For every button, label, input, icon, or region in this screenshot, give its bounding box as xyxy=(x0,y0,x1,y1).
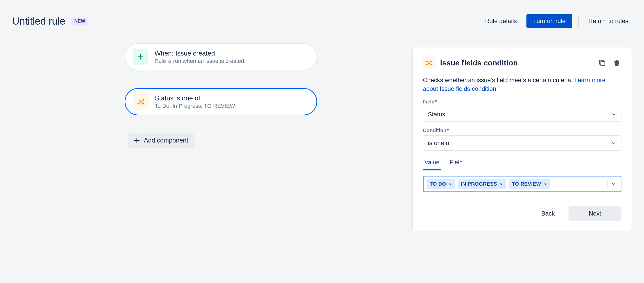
required-asterisk: * xyxy=(435,99,437,104)
condition-label: Condition* xyxy=(423,128,621,133)
required-asterisk: * xyxy=(447,128,449,133)
value-field-tabs: Value Field xyxy=(423,156,557,170)
back-button[interactable]: Back xyxy=(534,206,562,221)
condition-title: Status is one of xyxy=(155,94,235,102)
remove-chip-icon[interactable] xyxy=(544,182,547,186)
shuffle-icon xyxy=(133,94,149,110)
remove-chip-icon[interactable] xyxy=(449,182,452,186)
condition-node[interactable]: Status is one of To Do, In Progress, TO … xyxy=(125,88,317,115)
add-component-button[interactable]: Add component xyxy=(128,133,194,148)
tab-field[interactable]: Field xyxy=(448,156,464,170)
return-to-rules-button[interactable]: Return to rules xyxy=(585,14,632,28)
trigger-node[interactable]: When: Issue created Rule is run when an … xyxy=(125,43,317,70)
condition-config-panel: Issue fields condition Checks whether an… xyxy=(412,47,632,231)
next-button[interactable]: Next xyxy=(569,206,621,221)
add-component-label: Add component xyxy=(144,137,188,144)
trigger-title: When: Issue created xyxy=(155,49,246,57)
chip-label: IN PROGRESS xyxy=(461,181,497,187)
chip-to-review[interactable]: TO REVIEW xyxy=(509,179,550,189)
remove-chip-icon[interactable] xyxy=(500,182,503,186)
panel-description: Checks whether an issue's field meets a … xyxy=(423,76,621,93)
trigger-subtitle: Rule is run when an issue is created. xyxy=(155,58,246,64)
chip-in-progress[interactable]: IN PROGRESS xyxy=(458,179,506,189)
delete-button[interactable] xyxy=(612,58,621,68)
tab-value[interactable]: Value xyxy=(423,156,441,170)
field-select[interactable]: Status xyxy=(423,107,621,122)
panel-title: Issue fields condition xyxy=(440,59,518,67)
page-title: Untitled rule xyxy=(12,15,65,27)
rule-canvas: When: Issue created Rule is run when an … xyxy=(125,43,317,148)
input-cursor xyxy=(553,181,553,188)
connector-line-2 xyxy=(140,115,140,133)
chevron-down-icon[interactable] xyxy=(611,182,616,187)
header-divider xyxy=(578,15,579,27)
chip-label: TO REVIEW xyxy=(512,181,541,187)
plus-icon xyxy=(133,137,140,144)
connector-line xyxy=(140,70,140,88)
turn-on-rule-button[interactable]: Turn on rule xyxy=(526,14,572,28)
new-badge: NEW xyxy=(71,17,88,25)
chip-label: TO DO xyxy=(430,181,446,187)
condition-subtitle: To Do, In Progress, TO REVIEW xyxy=(155,103,235,109)
condition-select[interactable]: is one of xyxy=(423,135,621,151)
select-divider xyxy=(607,179,608,189)
value-multiselect[interactable]: TO DO IN PROGRESS TO REVIEW xyxy=(423,176,621,192)
page-header: Untitled rule NEW Rule details Turn on r… xyxy=(12,14,632,28)
svg-rect-0 xyxy=(601,62,605,66)
panel-desc-text: Checks whether an issue's field meets a … xyxy=(423,77,574,83)
field-label: Field* xyxy=(423,99,621,105)
copy-button[interactable] xyxy=(597,58,607,68)
shuffle-icon xyxy=(423,57,435,69)
plus-icon xyxy=(133,49,148,65)
chip-to-do[interactable]: TO DO xyxy=(427,179,455,189)
rule-details-button[interactable]: Rule details xyxy=(482,14,520,28)
